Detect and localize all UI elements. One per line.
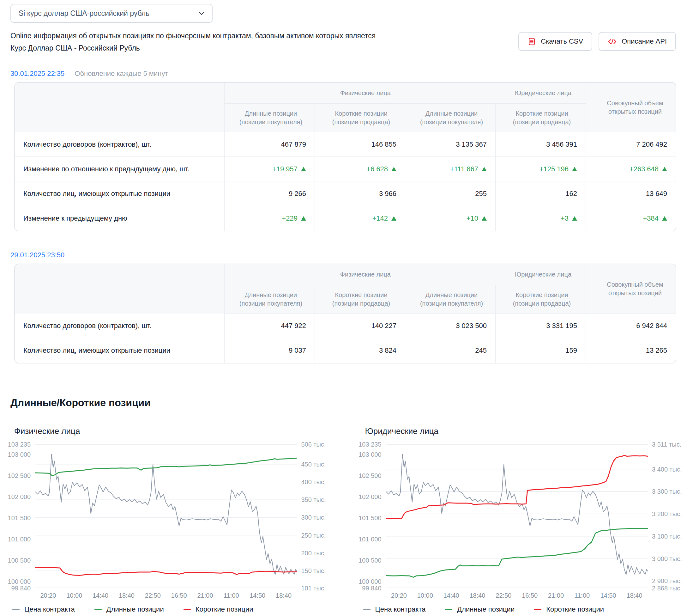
cell-value: 146 855 [315,132,405,157]
x-axis-tick-label: 16:50 [522,592,538,599]
api-description-label: Описание API [621,37,667,45]
open-positions-table-previous: Физические лицаЮридические лицаСовокупны… [14,264,676,364]
cell-value: +142 [315,206,405,231]
cell-value-text: +111 867 [450,165,478,173]
line-chart: 103 235103 000102 500102 000101 500101 0… [361,444,681,600]
api-description-button[interactable]: Описание API [598,32,676,51]
group-header: Юридические лица [405,264,586,285]
chart-legal-entities: Юридические лица 103 235103 000102 50010… [361,426,681,614]
cell-value: 3 456 391 [495,132,586,157]
y-axis-tick-label: 99 840 [362,585,381,592]
table-corner-cell [15,83,224,132]
y-axis-tick-label: 150 тыс. [301,567,326,575]
column-header: Короткие позиции (позиции продавца) [495,285,586,313]
total-header: Совокупный объем открытых позиций [586,264,676,313]
cell-value: 140 227 [315,313,405,338]
y-axis-tick-label: 102 000 [358,493,381,500]
x-axis: 20:2010:0014:4018:4022:5016:5021:0011:00… [386,588,648,600]
cell-value-text: 3 966 [379,190,396,198]
cell-value: 13 649 [586,181,676,206]
cell-value-text: 3 331 195 [546,322,577,330]
section-title: Длинные/Короткие позиции [11,397,693,409]
x-axis-tick-label: 16:50 [171,592,187,599]
y-axis-tick-label: 250 тыс. [301,532,326,539]
group-header: Физические лица [224,83,405,104]
up-arrow-icon [572,167,577,171]
y-axis-tick-label: 103 000 [358,451,381,458]
row-label: Количество договоров (контрактов), шт. [15,132,224,157]
y-axis-tick-label: 103 235 [358,441,381,448]
instrument-select-value: Si курс доллар США-российский рубль [19,9,150,18]
row-label: Количество лиц, имеющих открытые позиции [15,338,224,363]
column-header: Длинные позиции (позиции покупателя) [224,285,315,313]
x-axis-tick-label: 18:40 [627,592,642,599]
total-header: Совокупный объем открытых позиций [586,83,676,132]
cell-value-text: 7 206 492 [636,140,667,149]
legend-item-long[interactable]: Длинные позиции [95,605,164,614]
cell-value: +19 957 [224,157,315,181]
cell-value-text: +142 [372,214,388,223]
y-axis-tick-label: 3 200 тыс. [652,511,682,518]
cell-value-text: 3 023 500 [456,322,487,330]
legend-item-price[interactable]: Цена контракта [363,605,426,614]
timestamp: 30.01.2025 22:35 [11,70,64,78]
y-axis-tick-label: 200 тыс. [301,549,326,557]
x-axis-tick-label: 21:00 [548,592,564,599]
legend-item-short[interactable]: Короткие позиции [183,605,253,614]
cell-value-text: 3 824 [379,346,396,354]
x-axis-tick-label: 18:40 [119,592,135,599]
x-axis-tick-label: 20:20 [391,592,407,599]
column-header: Длинные позиции (позиции покупателя) [405,104,495,132]
cell-value-text: 6 942 844 [636,322,667,330]
instrument-select[interactable]: Si курс доллар США-российский рубль [11,4,213,23]
y-axis-tick-label: 99 840 [12,585,31,592]
legend-item-price[interactable]: Цена контракта [12,605,75,614]
y-axis-tick-label: 101 500 [8,514,31,521]
price-line [386,455,648,575]
long-line [386,528,648,577]
x-axis-tick-label: 14:40 [93,592,108,599]
cell-value-text: +384 [643,214,658,223]
legend-item-long[interactable]: Длинные позиции [445,605,515,614]
y-axis-tick-label: 506 тыс. [301,441,326,448]
cell-value-text: 140 227 [371,322,396,330]
code-icon [608,37,617,46]
chart-individuals: Физические лица 103 235103 000102 500102… [11,426,330,614]
cell-value: +111 867 [405,157,495,181]
up-arrow-icon [662,167,667,171]
column-header-text: Короткие позиции (позиции продавца) [326,109,397,127]
legend-item-short[interactable]: Короткие позиции [534,605,604,614]
y-axis-tick-label: 100 500 [358,557,381,564]
short-line [386,456,648,519]
short-line [35,567,297,576]
chart-title: Юридические лица [365,426,681,436]
y-axis-tick-label: 3 400 тыс. [652,465,682,473]
y-axis-tick-label: 101 500 [358,514,381,521]
cell-value-text: 245 [475,346,487,354]
download-csv-button[interactable]: Скачать CSV [518,32,592,51]
up-arrow-icon [662,216,667,220]
column-header: Короткие позиции (позиции продавца) [315,104,405,132]
column-header: Длинные позиции (позиции покупателя) [405,285,495,313]
x-axis-tick-label: 21:00 [197,592,213,599]
cell-value-text: +263 648 [630,165,658,173]
cell-value: +6 628 [315,157,405,181]
y-axis-tick-label: 102 500 [358,472,381,479]
y-axis-tick-label: 102 500 [8,472,31,479]
open-positions-table-current: Физические лицаЮридические лицаСовокупны… [14,82,676,231]
x-axis-tick-label: 20:20 [40,592,56,599]
x-axis-tick-label: 11:00 [224,592,239,599]
up-arrow-icon [482,167,487,171]
y-axis-tick-label: 350 тыс. [301,496,326,503]
cell-value: 159 [495,338,586,363]
column-header-text: Длинные позиции (позиции покупателя) [235,109,306,127]
cell-value-text: +10 [467,214,478,223]
chart-legend: Цена контрактаДлинные позицииКороткие по… [12,605,330,614]
y-axis-tick-label: 103 000 [8,451,31,458]
y-axis-tick-label: 3 300 тыс. [652,488,682,495]
plot-area: 20:2010:0014:4018:4022:5016:5021:0011:00… [35,444,297,600]
legend-label: Длинные позиции [106,605,164,614]
plot-area: 20:2010:0014:4018:4022:5016:5021:0011:00… [386,444,648,600]
long-line [35,458,297,476]
legend-dash-icon [12,609,20,610]
